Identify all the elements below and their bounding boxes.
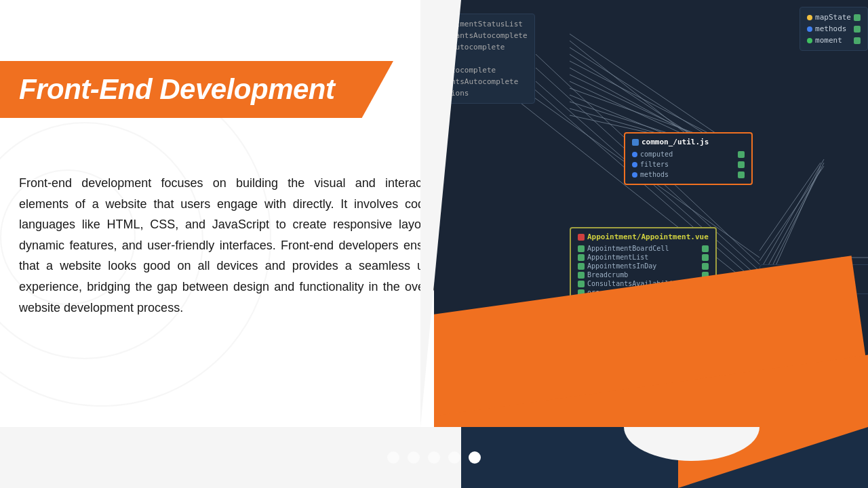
nav-dots [387, 451, 481, 464]
upper-right-node: mapState methods moment [800, 7, 868, 51]
methods-label: methods [640, 171, 669, 178]
node-icon [578, 307, 585, 314]
appointment-node-title: Appointment/Appointment.vue [587, 232, 709, 241]
edit-appointment-node: Appointment/EditAp Errors [760, 264, 868, 294]
right-icon [854, 37, 861, 44]
right-port [702, 281, 709, 287]
body-text: Front-end development focuses on buildin… [19, 173, 441, 318]
nav-dot-2[interactable] [408, 451, 420, 464]
edit-appointment-title: Appointment/EditAp [767, 269, 848, 278]
nav-dot-1[interactable] [387, 451, 399, 464]
node-icon [578, 289, 585, 296]
title-banner: Front-End Development [0, 61, 393, 118]
computed-label: computed [640, 150, 673, 158]
dot-green [807, 38, 812, 43]
util-node: common_/util.js computed filters methods [624, 132, 753, 185]
right-port [702, 254, 709, 261]
svg-line-9 [760, 159, 824, 271]
svg-line-11 [760, 163, 824, 291]
svg-line-8 [760, 166, 824, 261]
dot-blue [632, 152, 637, 157]
node-icon [578, 272, 585, 279]
nav-dot-5-active[interactable] [469, 451, 481, 464]
svg-line-12 [760, 166, 821, 302]
moment-label: moment [815, 36, 842, 45]
right-port [702, 263, 709, 270]
right-icon [854, 14, 861, 21]
node-icon [578, 298, 585, 305]
svg-line-7 [760, 163, 821, 251]
right-icon [738, 151, 745, 158]
bottom-right-accent [678, 427, 868, 488]
page-title: Front-End Development [19, 73, 366, 106]
filters-label: filters [640, 161, 669, 168]
diagram-container: ntmentStatusList tantsAutocomplete Autoc… [434, 0, 868, 427]
nav-dot-3[interactable] [428, 451, 440, 464]
dot-blue [632, 172, 637, 178]
right-icon [738, 161, 745, 168]
dot-blue [807, 26, 812, 32]
right-panel: ntmentStatusList tantsAutocomplete Autoc… [434, 0, 868, 427]
left-panel: Front-End Development Front-end developm… [0, 0, 461, 427]
nav-dot-4[interactable] [448, 451, 460, 464]
node-icon-blue [632, 139, 639, 146]
util-node-title: common_/util.js [642, 138, 709, 146]
right-icon [738, 171, 745, 178]
methods-label: methods [815, 24, 846, 33]
right-port [702, 245, 709, 252]
mapstate-label: mapState [815, 13, 851, 22]
right-port [702, 272, 709, 279]
node-icon [578, 245, 585, 252]
node-icon [767, 282, 774, 289]
node-icon [578, 263, 585, 270]
node-icon [578, 254, 585, 261]
orange-accent-bottom [434, 353, 868, 427]
appointment-node: Appointment/Appointment.vue AppointmentB… [570, 227, 717, 320]
node-icon-red [578, 234, 585, 241]
dot-yellow [807, 15, 812, 20]
node-icon [578, 281, 585, 287]
right-icon [854, 26, 861, 33]
dot-blue [632, 162, 637, 167]
